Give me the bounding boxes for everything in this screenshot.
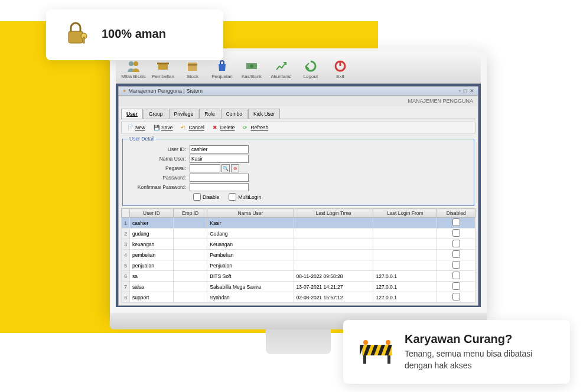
col-user-id[interactable]: User ID — [130, 209, 174, 218]
cell-last-from: 127.0.0.1 — [373, 282, 437, 292]
row-number: 2 — [122, 228, 130, 239]
tab-bar: UserGroupPrivilegeRoleComboKick User — [121, 109, 475, 119]
clear-icon[interactable]: ⊘ — [231, 164, 239, 172]
action-bar: 📄New 💾Save ↶Cancel ✖Delete ⟳Refresh — [121, 122, 475, 133]
pegawai-input[interactable] — [190, 164, 220, 172]
callout-access-title: Karyawan Curang? — [405, 332, 553, 346]
label-pegawai: Pegawai: — [128, 165, 190, 171]
password-input[interactable] — [190, 174, 249, 182]
cell-last-time: 13-07-2021 14:21:27 — [294, 282, 373, 292]
toolbar-btn-kasbank[interactable]: Kas/Bank — [237, 56, 266, 81]
callout-access-body: Tenang, semua menu bisa dibatasi dengan … — [405, 348, 553, 371]
konfirmasi-password-input[interactable] — [190, 183, 249, 191]
svg-rect-0 — [69, 31, 83, 43]
toolbar-label: Logout — [304, 74, 318, 79]
table-row[interactable]: 5penjualanPenjualan — [122, 260, 475, 271]
user-detail-legend: User Detail — [128, 136, 156, 142]
cell-disabled — [437, 260, 475, 271]
cell-last-time — [294, 228, 373, 239]
col-emp-id[interactable]: Emp ID — [173, 209, 207, 218]
disabled-checkbox[interactable] — [452, 282, 460, 290]
chart-icon — [273, 58, 289, 74]
cell-user-id: pembelian — [130, 250, 174, 260]
gear-icon: ✶ — [122, 88, 127, 94]
tab-kick-user[interactable]: Kick User — [248, 109, 280, 119]
disabled-checkbox[interactable] — [452, 261, 460, 269]
user-table: User IDEmp IDNama UserLast Login TimeLas… — [121, 208, 475, 303]
col-last-login-from[interactable]: Last Login From — [373, 209, 437, 218]
cell-user-id: keuangan — [130, 239, 174, 250]
cell-last-time: 02-08-2021 15:57:12 — [294, 292, 373, 303]
toolbar-btn-akuntansi[interactable]: Akuntansi — [267, 56, 295, 81]
table-row[interactable]: 1cashierKasir — [122, 218, 475, 228]
delete-icon: ✖ — [213, 125, 219, 130]
row-number: 8 — [122, 292, 130, 303]
toolbar-btn-exit[interactable]: Exit — [326, 56, 354, 81]
table-row[interactable]: 4pembelianPembelian — [122, 250, 475, 260]
delete-button[interactable]: ✖Delete — [210, 124, 237, 131]
disabled-checkbox[interactable] — [452, 250, 460, 258]
tab-combo[interactable]: Combo — [221, 109, 247, 119]
row-number: 7 — [122, 282, 130, 292]
new-button[interactable]: 📄New — [125, 124, 148, 131]
cell-emp-id — [173, 228, 207, 239]
search-icon[interactable]: 🔍 — [222, 164, 230, 172]
cell-nama-user: Keuangan — [207, 239, 294, 250]
cell-nama-user: Kasir — [207, 218, 294, 228]
cancel-button[interactable]: ↶Cancel — [178, 124, 206, 131]
tab-group[interactable]: Group — [144, 109, 168, 119]
multilogin-checkbox[interactable] — [229, 193, 236, 201]
cell-emp-id — [173, 292, 207, 303]
toolbar-btn-logout[interactable]: Logout — [297, 56, 325, 81]
callout-secure: 100% aman — [46, 9, 223, 60]
col-disabled[interactable]: Disabled — [437, 209, 475, 218]
cell-emp-id — [173, 239, 207, 250]
table-row[interactable]: 2gudangGudang — [122, 228, 475, 239]
table-row[interactable]: 8supportSyahdan02-08-2021 15:57:12127.0.… — [122, 292, 475, 303]
cell-disabled — [437, 250, 475, 260]
row-number: 5 — [122, 260, 130, 271]
tab-role[interactable]: Role — [199, 109, 220, 119]
col-nama-user[interactable]: Nama User — [207, 209, 294, 218]
lock-icon — [63, 19, 91, 50]
monitor-mockup: Mitra BisnisPembelianStockPenjualanKas/B… — [110, 48, 487, 353]
table-row[interactable]: 7salsaSalsabilla Mega Savira13-07-2021 1… — [122, 282, 475, 292]
disabled-checkbox[interactable] — [452, 218, 460, 226]
refresh-button[interactable]: ⟳Refresh — [240, 124, 271, 131]
save-button[interactable]: 💾Save — [151, 124, 175, 131]
window-maximize-icon[interactable]: ◻ — [463, 88, 467, 94]
svg-rect-6 — [157, 63, 169, 64]
disabled-checkbox[interactable] — [452, 229, 460, 237]
cell-emp-id — [173, 218, 207, 228]
callout-access: Karyawan Curang? Tenang, semua menu bisa… — [343, 320, 570, 384]
disable-checkbox-label[interactable]: Disable — [193, 193, 219, 201]
svg-point-10 — [250, 64, 253, 68]
window-minimize-icon[interactable]: ▫ — [459, 88, 461, 94]
col-last-login-time[interactable]: Last Login Time — [294, 209, 373, 218]
nama-user-input[interactable] — [190, 155, 249, 163]
disabled-checkbox[interactable] — [452, 293, 460, 300]
cell-nama-user: Gudang — [207, 228, 294, 239]
table-row[interactable]: 3keuanganKeuangan — [122, 239, 475, 250]
user-detail-fieldset: User Detail User ID: Nama User: Pegawai:… — [122, 136, 474, 206]
cell-last-time — [294, 250, 373, 260]
callout-secure-title: 100% aman — [102, 27, 166, 41]
toolbar-label: Pembelian — [152, 74, 174, 79]
row-number: 1 — [122, 218, 130, 228]
cell-last-from — [373, 239, 437, 250]
cell-last-from: 127.0.0.1 — [373, 271, 437, 282]
cell-emp-id — [173, 250, 207, 260]
tab-user[interactable]: User — [121, 109, 143, 119]
user-id-input[interactable] — [190, 145, 249, 153]
barrier-icon — [360, 337, 394, 367]
subwindow: ✶ Manajemen Pengguna | Sistem ▫ ◻ ✕ MANA… — [118, 86, 478, 306]
disabled-checkbox[interactable] — [452, 240, 460, 247]
table-row[interactable]: 6saBITS Soft08-11-2022 09:58:28127.0.0.1 — [122, 271, 475, 282]
window-close-icon[interactable]: ✕ — [470, 88, 474, 94]
label-nama-user: Nama User: — [128, 156, 190, 162]
multilogin-checkbox-label[interactable]: MultiLogin — [229, 193, 261, 201]
disabled-checkbox[interactable] — [452, 272, 460, 279]
disable-checkbox[interactable] — [193, 193, 201, 201]
power-icon — [333, 58, 348, 74]
tab-privilege[interactable]: Privilege — [169, 109, 199, 119]
